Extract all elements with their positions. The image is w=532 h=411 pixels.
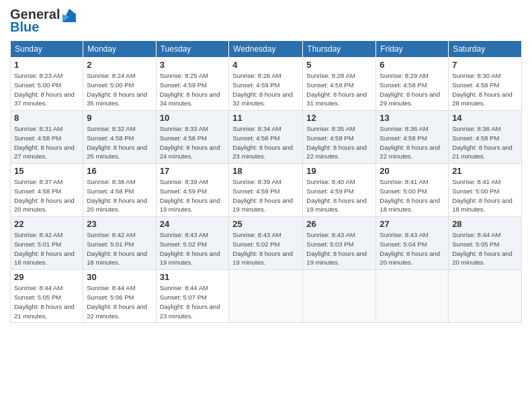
day-number: 16 xyxy=(87,166,152,176)
calendar-day: 18Sunrise: 8:39 AMSunset: 4:59 PMDayligh… xyxy=(229,164,303,217)
day-info: Sunrise: 8:41 AMSunset: 5:00 PMDaylight:… xyxy=(452,177,518,214)
logo-icon xyxy=(62,9,76,22)
day-number: 30 xyxy=(87,272,152,282)
calendar-day: 4Sunrise: 8:26 AMSunset: 4:59 PMDaylight… xyxy=(229,58,303,111)
day-info: Sunrise: 8:40 AMSunset: 4:59 PMDaylight:… xyxy=(306,177,372,214)
day-info: Sunrise: 8:44 AMSunset: 5:05 PMDaylight:… xyxy=(14,283,79,320)
day-info: Sunrise: 8:25 AMSunset: 4:59 PMDaylight:… xyxy=(160,71,226,108)
empty-cell xyxy=(376,270,449,323)
day-number: 26 xyxy=(306,219,372,229)
calendar-day: 16Sunrise: 8:38 AMSunset: 4:58 PMDayligh… xyxy=(83,164,156,217)
day-number: 24 xyxy=(160,219,226,229)
day-info: Sunrise: 8:32 AMSunset: 4:58 PMDaylight:… xyxy=(87,124,152,161)
calendar-day: 27Sunrise: 8:43 AMSunset: 5:04 PMDayligh… xyxy=(376,217,449,270)
day-number: 9 xyxy=(87,113,152,123)
day-info: Sunrise: 8:33 AMSunset: 4:58 PMDaylight:… xyxy=(160,124,226,161)
empty-cell xyxy=(303,270,376,323)
calendar-day: 10Sunrise: 8:33 AMSunset: 4:58 PMDayligh… xyxy=(156,111,229,164)
day-number: 3 xyxy=(160,60,226,70)
calendar-day: 12Sunrise: 8:35 AMSunset: 4:58 PMDayligh… xyxy=(303,111,376,164)
logo: General Blue xyxy=(10,7,76,35)
calendar-day: 1Sunrise: 8:23 AMSunset: 5:00 PMDaylight… xyxy=(11,58,83,111)
calendar-day: 20Sunrise: 8:41 AMSunset: 5:00 PMDayligh… xyxy=(376,164,449,217)
calendar-day: 7Sunrise: 8:30 AMSunset: 4:58 PMDaylight… xyxy=(449,58,522,111)
calendar-day: 15Sunrise: 8:37 AMSunset: 4:58 PMDayligh… xyxy=(11,164,83,217)
calendar-day: 23Sunrise: 8:42 AMSunset: 5:01 PMDayligh… xyxy=(83,217,156,270)
day-number: 11 xyxy=(232,113,299,123)
day-info: Sunrise: 8:35 AMSunset: 4:58 PMDaylight:… xyxy=(306,124,372,161)
day-info: Sunrise: 8:43 AMSunset: 5:04 PMDaylight:… xyxy=(380,230,445,267)
calendar-day: 17Sunrise: 8:39 AMSunset: 4:59 PMDayligh… xyxy=(156,164,229,217)
calendar-day: 19Sunrise: 8:40 AMSunset: 4:59 PMDayligh… xyxy=(303,164,376,217)
weekday-header: Thursday xyxy=(303,41,376,58)
day-number: 4 xyxy=(232,60,299,70)
day-info: Sunrise: 8:44 AMSunset: 5:06 PMDaylight:… xyxy=(87,283,152,320)
day-number: 5 xyxy=(306,60,372,70)
day-number: 14 xyxy=(452,113,518,123)
day-info: Sunrise: 8:26 AMSunset: 4:59 PMDaylight:… xyxy=(232,71,299,108)
weekday-header: Friday xyxy=(376,41,449,58)
day-info: Sunrise: 8:23 AMSunset: 5:00 PMDaylight:… xyxy=(14,71,79,108)
weekday-header: Monday xyxy=(83,41,156,58)
day-number: 18 xyxy=(232,166,299,176)
day-info: Sunrise: 8:41 AMSunset: 5:00 PMDaylight:… xyxy=(380,177,445,214)
calendar-day: 3Sunrise: 8:25 AMSunset: 4:59 PMDaylight… xyxy=(156,58,229,111)
header: General Blue xyxy=(10,7,522,35)
day-number: 29 xyxy=(14,272,79,282)
day-info: Sunrise: 8:24 AMSunset: 5:00 PMDaylight:… xyxy=(87,71,152,108)
day-number: 15 xyxy=(14,166,79,176)
day-number: 12 xyxy=(306,113,372,123)
weekday-header: Sunday xyxy=(11,41,83,58)
day-info: Sunrise: 8:43 AMSunset: 5:02 PMDaylight:… xyxy=(160,230,226,267)
calendar-day: 11Sunrise: 8:34 AMSunset: 4:58 PMDayligh… xyxy=(229,111,303,164)
day-info: Sunrise: 8:28 AMSunset: 4:59 PMDaylight:… xyxy=(306,71,372,108)
day-number: 19 xyxy=(306,166,372,176)
calendar-day: 14Sunrise: 8:36 AMSunset: 4:58 PMDayligh… xyxy=(449,111,522,164)
day-number: 7 xyxy=(452,60,518,70)
day-info: Sunrise: 8:44 AMSunset: 5:05 PMDaylight:… xyxy=(452,230,518,267)
day-number: 25 xyxy=(232,219,299,229)
day-info: Sunrise: 8:36 AMSunset: 4:58 PMDaylight:… xyxy=(452,124,518,161)
calendar-day: 2Sunrise: 8:24 AMSunset: 5:00 PMDaylight… xyxy=(83,58,156,111)
day-info: Sunrise: 8:31 AMSunset: 4:58 PMDaylight:… xyxy=(14,124,79,161)
day-info: Sunrise: 8:42 AMSunset: 5:01 PMDaylight:… xyxy=(14,230,79,267)
day-number: 13 xyxy=(380,113,445,123)
day-info: Sunrise: 8:43 AMSunset: 5:02 PMDaylight:… xyxy=(232,230,299,267)
day-info: Sunrise: 8:37 AMSunset: 4:58 PMDaylight:… xyxy=(14,177,79,214)
calendar-day: 5Sunrise: 8:28 AMSunset: 4:59 PMDaylight… xyxy=(303,58,376,111)
calendar-day: 8Sunrise: 8:31 AMSunset: 4:58 PMDaylight… xyxy=(11,111,83,164)
day-number: 8 xyxy=(14,113,79,123)
day-info: Sunrise: 8:36 AMSunset: 4:58 PMDaylight:… xyxy=(380,124,445,161)
day-number: 1 xyxy=(14,60,79,70)
day-info: Sunrise: 8:44 AMSunset: 5:07 PMDaylight:… xyxy=(160,283,226,320)
calendar-day: 26Sunrise: 8:43 AMSunset: 5:03 PMDayligh… xyxy=(303,217,376,270)
day-number: 21 xyxy=(452,166,518,176)
calendar-day: 22Sunrise: 8:42 AMSunset: 5:01 PMDayligh… xyxy=(11,217,83,270)
day-number: 23 xyxy=(87,219,152,229)
calendar-day: 13Sunrise: 8:36 AMSunset: 4:58 PMDayligh… xyxy=(376,111,449,164)
calendar-day: 25Sunrise: 8:43 AMSunset: 5:02 PMDayligh… xyxy=(229,217,303,270)
calendar-day: 24Sunrise: 8:43 AMSunset: 5:02 PMDayligh… xyxy=(156,217,229,270)
day-number: 31 xyxy=(160,272,226,282)
day-number: 22 xyxy=(14,219,79,229)
day-number: 20 xyxy=(380,166,445,176)
calendar-table: SundayMondayTuesdayWednesdayThursdayFrid… xyxy=(10,40,522,323)
page: General Blue SundayMondayTuesdayWednesda… xyxy=(0,0,532,411)
day-info: Sunrise: 8:38 AMSunset: 4:58 PMDaylight:… xyxy=(87,177,152,214)
calendar-day: 31Sunrise: 8:44 AMSunset: 5:07 PMDayligh… xyxy=(156,270,229,323)
day-info: Sunrise: 8:39 AMSunset: 4:59 PMDaylight:… xyxy=(160,177,226,214)
calendar-day: 9Sunrise: 8:32 AMSunset: 4:58 PMDaylight… xyxy=(83,111,156,164)
day-info: Sunrise: 8:42 AMSunset: 5:01 PMDaylight:… xyxy=(87,230,152,267)
day-info: Sunrise: 8:39 AMSunset: 4:59 PMDaylight:… xyxy=(232,177,299,214)
calendar-day: 29Sunrise: 8:44 AMSunset: 5:05 PMDayligh… xyxy=(11,270,83,323)
calendar-day: 6Sunrise: 8:29 AMSunset: 4:58 PMDaylight… xyxy=(376,58,449,111)
calendar-day: 28Sunrise: 8:44 AMSunset: 5:05 PMDayligh… xyxy=(449,217,522,270)
day-number: 10 xyxy=(160,113,226,123)
weekday-header: Wednesday xyxy=(229,41,303,58)
day-info: Sunrise: 8:29 AMSunset: 4:58 PMDaylight:… xyxy=(380,71,445,108)
calendar-day: 30Sunrise: 8:44 AMSunset: 5:06 PMDayligh… xyxy=(83,270,156,323)
day-number: 28 xyxy=(452,219,518,229)
logo-blue-text: Blue xyxy=(10,19,39,35)
day-number: 17 xyxy=(160,166,226,176)
weekday-header: Saturday xyxy=(449,41,522,58)
